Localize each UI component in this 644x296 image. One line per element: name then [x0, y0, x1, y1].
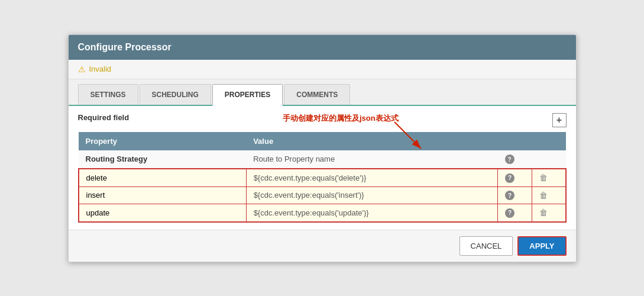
- value-cell-delete: ${cdc.event.type:equals('delete')}: [246, 169, 497, 186]
- svg-line-1: [394, 122, 421, 149]
- value-cell-update: ${cdc.event.type:equals('update')}: [246, 204, 497, 222]
- annotation-text: 手动创建对应的属性及json表达式: [283, 113, 399, 124]
- routing-info-cell: ?: [498, 150, 532, 169]
- add-property-button[interactable]: +: [552, 113, 567, 127]
- tab-properties[interactable]: PROPERTIES: [212, 84, 283, 106]
- info-icon-update[interactable]: ?: [505, 208, 514, 218]
- invalid-bar: ⚠ Invalid: [69, 60, 576, 79]
- routing-strategy-row: Routing Strategy Route to Property name …: [79, 150, 566, 169]
- routing-info-icon[interactable]: ?: [505, 155, 514, 164]
- info-cell-delete: ?: [498, 169, 532, 186]
- delete-icon-insert[interactable]: 🗑: [539, 191, 548, 200]
- table-row: delete ${cdc.event.type:equals('delete')…: [79, 169, 566, 186]
- table-row: insert ${cdc.event.type:equals('insert')…: [79, 186, 566, 204]
- del-cell-delete: 🗑: [532, 169, 566, 186]
- delete-icon-delete[interactable]: 🗑: [539, 173, 548, 182]
- required-header: Required field 手动创建对应的属性及json表达式 +: [78, 113, 567, 127]
- delete-icon-update[interactable]: 🗑: [539, 208, 548, 217]
- apply-button[interactable]: APPLY: [517, 236, 566, 256]
- header-property: Property: [79, 132, 247, 150]
- table-row: update ${cdc.event.type:equals('update')…: [79, 204, 566, 222]
- tab-scheduling[interactable]: SCHEDULING: [140, 84, 211, 105]
- configure-processor-dialog: Configure Processor ⚠ Invalid SETTINGS S…: [68, 34, 577, 262]
- content-area: Required field 手动创建对应的属性及json表达式 +: [69, 106, 576, 230]
- table-header-row: Property Value: [79, 132, 566, 150]
- info-icon-insert[interactable]: ?: [505, 191, 514, 200]
- properties-table: Property Value Routing Strategy Route to…: [78, 132, 567, 223]
- dialog-footer: CANCEL APPLY: [69, 230, 576, 262]
- header-value: Value: [246, 132, 497, 150]
- value-cell-insert: ${cdc.event.type:equals('insert')}: [246, 186, 497, 204]
- property-cell-delete: delete: [79, 169, 247, 186]
- header-info-col: [498, 132, 532, 150]
- routing-del-cell: [532, 150, 566, 169]
- cancel-button[interactable]: CANCEL: [459, 236, 513, 256]
- info-cell-insert: ?: [498, 186, 532, 204]
- invalid-label: Invalid: [89, 65, 112, 73]
- del-cell-insert: 🗑: [532, 186, 566, 204]
- tab-comments[interactable]: COMMENTS: [284, 84, 350, 105]
- warning-icon: ⚠: [78, 65, 86, 74]
- del-cell-update: 🗑: [532, 204, 566, 222]
- header-del-col: [532, 132, 566, 150]
- dialog-header: Configure Processor: [69, 35, 576, 60]
- tab-settings[interactable]: SETTINGS: [78, 84, 138, 105]
- info-cell-update: ?: [498, 204, 532, 222]
- annotation-arrow: [383, 119, 430, 155]
- dialog-title: Configure Processor: [78, 42, 171, 52]
- info-icon-delete[interactable]: ?: [505, 173, 514, 183]
- property-cell-update: update: [79, 204, 247, 222]
- tabs-container: SETTINGS SCHEDULING PROPERTIES COMMENTS: [69, 79, 576, 106]
- routing-value-cell: Route to Property name: [246, 150, 497, 169]
- property-cell-insert: insert: [79, 186, 247, 204]
- routing-property-cell: Routing Strategy: [79, 150, 247, 169]
- required-label: Required field: [78, 113, 130, 122]
